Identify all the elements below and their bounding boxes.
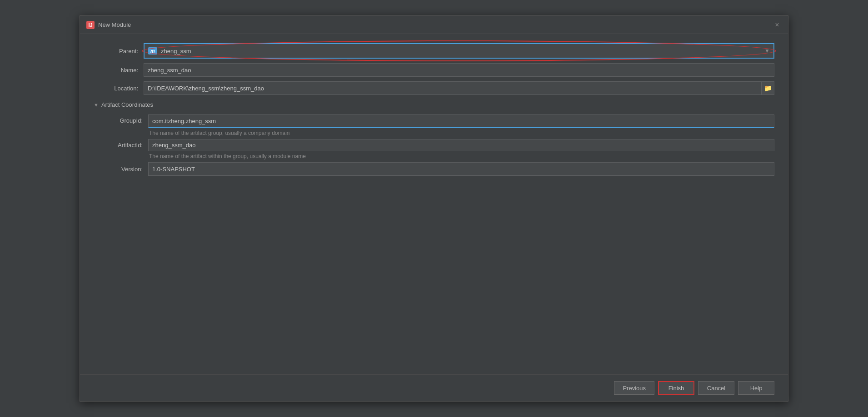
finish-button-label: Finish	[668, 385, 684, 392]
parent-dropdown[interactable]: m zheng_ssm ▼	[144, 43, 774, 59]
artifact-section-title: Artifact Coordinates	[101, 101, 153, 108]
groupid-label: GroupId:	[98, 114, 148, 124]
groupid-row: GroupId: The name of the artifact group,…	[98, 114, 774, 136]
location-browse-button[interactable]: 📁	[762, 81, 774, 95]
version-label: Version:	[98, 166, 148, 173]
location-label: Location:	[94, 85, 144, 92]
parent-value: zheng_ssm	[161, 48, 191, 55]
location-input-container: 📁	[144, 81, 774, 95]
folder-icon: 📁	[764, 84, 772, 92]
parent-row: Parent: m zheng_ssm ▼	[94, 43, 774, 59]
dialog-content: Parent: m zheng_ssm ▼ Name: Location: 📁	[80, 34, 788, 374]
artifact-section-header[interactable]: ▼ Artifact Coordinates	[94, 101, 774, 108]
cancel-button[interactable]: Cancel	[698, 381, 734, 395]
groupid-hint: The name of the artifact group, usually …	[148, 130, 774, 136]
close-button[interactable]: ×	[773, 20, 782, 30]
artifactid-row: ArtifactId: The name of the artifact wit…	[98, 139, 774, 159]
cancel-button-label: Cancel	[707, 385, 725, 392]
maven-icon: m	[148, 47, 157, 55]
section-collapse-arrow-icon: ▼	[94, 102, 99, 108]
title-bar-left: IJ New Module	[86, 21, 131, 29]
help-button-label: Help	[750, 385, 763, 392]
artifact-section: GroupId: The name of the artifact group,…	[98, 114, 774, 176]
parent-label: Parent:	[94, 48, 144, 55]
previous-button-label: Previous	[623, 385, 646, 392]
version-row: Version:	[98, 162, 774, 176]
dropdown-arrow-icon: ▼	[764, 48, 770, 54]
artifactid-field-container: The name of the artifact within the grou…	[148, 139, 774, 159]
name-row: Name:	[94, 63, 774, 77]
name-label: Name:	[94, 67, 144, 74]
help-button[interactable]: Help	[738, 381, 774, 395]
artifactid-hint: The name of the artifact within the grou…	[148, 153, 774, 159]
new-module-dialog: IJ New Module × Parent: m zheng_ssm ▼ Na…	[80, 15, 788, 402]
artifactid-input[interactable]	[148, 139, 774, 151]
title-bar: IJ New Module ×	[80, 16, 788, 34]
version-input[interactable]	[148, 162, 774, 176]
groupid-input[interactable]	[148, 114, 774, 128]
parent-dropdown-container: m zheng_ssm ▼	[144, 43, 774, 59]
artifactid-label: ArtifactId:	[98, 139, 148, 149]
name-input[interactable]	[144, 63, 774, 77]
dialog-footer: Previous Finish Cancel Help	[80, 374, 788, 401]
finish-button[interactable]: Finish	[658, 381, 694, 395]
previous-button[interactable]: Previous	[614, 381, 654, 395]
location-input[interactable]	[144, 81, 762, 95]
dialog-title: New Module	[98, 21, 131, 28]
app-icon: IJ	[86, 21, 95, 29]
groupid-field-container: The name of the artifact group, usually …	[148, 114, 774, 136]
location-row: Location: 📁	[94, 81, 774, 95]
